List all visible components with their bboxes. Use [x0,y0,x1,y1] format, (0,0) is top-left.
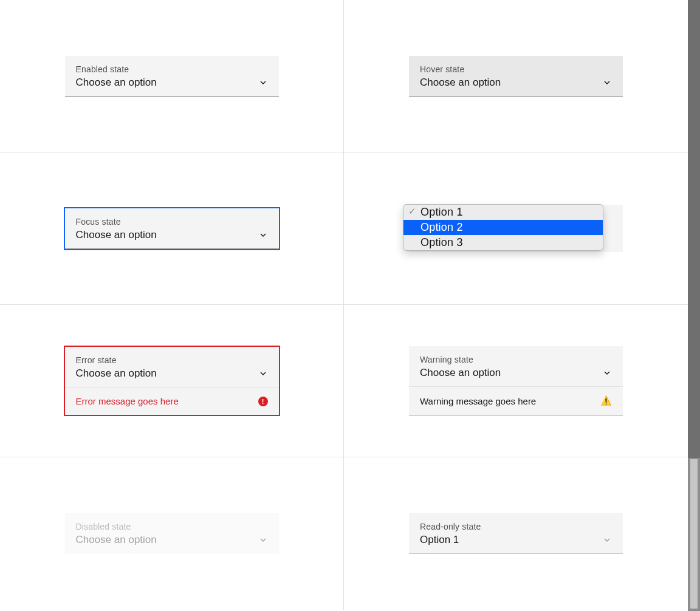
chevron-down-icon [258,535,268,545]
chevron-down-icon [258,78,268,87]
chevron-down-icon [602,368,612,378]
dropdown-label: Disabled state [76,522,268,531]
dropdown-value: Choose an option [76,229,157,241]
dropdown-option[interactable]: Option 3 [403,235,603,250]
dropdown-warning[interactable]: Warning state Choose an option Warning m… [409,346,623,415]
dropdown-label: Focus state [76,217,268,227]
dropdown-option[interactable]: Option 2 [403,220,603,235]
error-message: Error message goes here [76,396,179,406]
dropdown-label: Read-only state [420,522,612,531]
dropdown-hover[interactable]: Hover state Choose an option [409,56,623,97]
chevron-down-icon [602,535,612,545]
dropdown-label: Hover state [420,64,612,74]
dropdown-listbox: Option 1 Option 2 Option 3 [403,204,603,251]
scrollbar-thumb[interactable] [690,459,698,609]
dropdown-value: Choose an option [420,367,501,379]
warning-message: Warning message goes here [420,396,536,406]
error-icon: ! [258,397,268,406]
chevron-down-icon [602,78,612,87]
dropdown-value: Choose an option [76,367,157,380]
dropdown-option[interactable]: Option 1 [403,205,603,220]
dropdown-readonly: Read-only state Option 1 [409,513,623,554]
chevron-down-icon [258,369,268,378]
dropdown-enabled[interactable]: Enabled state Choose an option [65,56,279,97]
dropdown-label: Error state [76,355,268,365]
dropdown-label: Enabled state [76,64,268,74]
dropdown-value: Choose an option [420,77,501,89]
scrollbar-track[interactable] [688,0,700,611]
dropdown-value: Choose an option [76,534,157,546]
dropdown-disabled: Disabled state Choose an option [65,513,279,554]
dropdown-error[interactable]: Error state Choose an option Error messa… [65,347,279,415]
dropdown-label: Warning state [420,355,612,364]
warning-icon: ⚠️ [600,395,612,406]
dropdown-value: Option 1 [420,534,459,546]
dropdown-value: Choose an option [76,77,157,89]
dropdown-focus[interactable]: Focus state Choose an option [65,208,279,249]
chevron-down-icon [258,230,268,240]
dropdown-open[interactable]: Option 1 Option 2 Option 3 [409,205,623,252]
